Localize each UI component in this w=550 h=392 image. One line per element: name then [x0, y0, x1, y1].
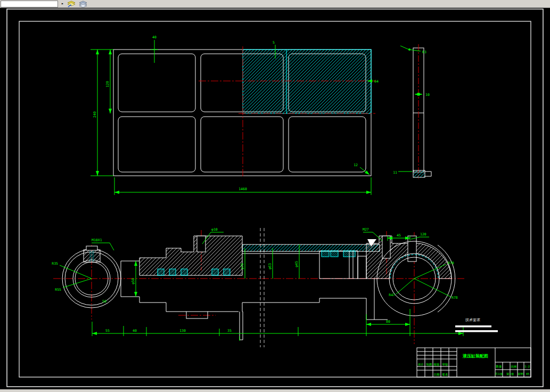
- dim-panel-width: 1460: [239, 187, 247, 191]
- field-scale-label: 比例: [511, 365, 517, 369]
- dim-chain-2: 40: [133, 329, 137, 333]
- piston: [319, 251, 366, 279]
- field-checker: 校核: [433, 363, 440, 366]
- dim-panel-corner: 12: [354, 163, 358, 167]
- cap-end: [366, 236, 455, 316]
- dim-rod2: φ45: [294, 261, 299, 267]
- hatched-region: [243, 50, 371, 113]
- dim-panel-row1: 120: [105, 81, 110, 87]
- dim-panel-right: 64: [374, 79, 379, 84]
- drawing-title: 液压缸装配图: [462, 353, 488, 358]
- cylinder-section-view: M10X1 R35 R55 50 φ10 φ50 φ70 φ63 φ45 M27…: [52, 227, 464, 347]
- field-sign: 签名: [442, 373, 448, 377]
- dim-cap-r2: R78: [452, 296, 458, 300]
- dim-port: φ10: [211, 227, 218, 232]
- set-layer-current-button[interactable]: [65, 1, 77, 7]
- side-view: R3 10 11: [393, 44, 431, 179]
- dim-panel-height: 240: [93, 111, 97, 118]
- dim-chain-1: 55: [105, 329, 110, 333]
- layer-previous-button[interactable]: [77, 1, 89, 7]
- field-designer: 设计: [418, 363, 424, 366]
- tech-requirements-label: 技术要求: [465, 318, 480, 322]
- layer-combobox[interactable]: [1, 1, 58, 7]
- dim-chain-3: 130: [179, 329, 186, 333]
- dim-cap-r1: R70: [448, 261, 454, 265]
- field-material: 材料: [518, 372, 524, 376]
- field-scale-value: 1:2: [524, 365, 530, 368]
- field-drafter: 制图: [426, 363, 432, 366]
- layer-previous-icon: [79, 1, 87, 7]
- field-date: 日期: [434, 373, 440, 377]
- dim-rod: φ50: [131, 278, 135, 284]
- dim-chain-5: 80: [386, 320, 390, 324]
- title-block: 液压缸装配图 设计 制图 校核 审核 日期 签名 数量 比例 1:2 共1张 第…: [417, 348, 531, 377]
- dim-sv-mid: 10: [425, 93, 430, 97]
- dim-cap-label: 120: [420, 232, 426, 236]
- tube-wall: [242, 244, 380, 251]
- dim-hatch: 5: [273, 40, 275, 45]
- dim-bore: φ63: [268, 263, 272, 270]
- set-layer-current-icon: [67, 1, 76, 7]
- dim-sv-foot: 11: [393, 170, 397, 175]
- dim-cap-r3: R47: [389, 293, 395, 297]
- field-material-value: 45: [526, 372, 530, 375]
- top-view-panel: 240 120 40 5 64 1460 12: [91, 35, 379, 195]
- cad-application-window: ▸: [0, 0, 550, 392]
- dim-cap-thread: M27: [363, 227, 369, 232]
- dim-tube-od: φ70: [240, 263, 244, 270]
- port-bore: [197, 236, 206, 252]
- toolbar: ▸: [0, 0, 550, 8]
- cad-canvas[interactable]: 240 120 40 5 64 1460 12 R3 10: [0, 7, 550, 392]
- cylinder-lower-profile: [139, 279, 388, 340]
- field-approver: 审核: [442, 363, 449, 366]
- dim-chain-4: 35: [227, 329, 232, 333]
- toolbar-flyout-arrow[interactable]: ▸: [61, 1, 64, 6]
- dim-eye-thread: M10X1: [92, 238, 102, 242]
- dim-eye-inner: R35: [52, 262, 58, 266]
- dim-cap-width: 45: [397, 233, 401, 238]
- dim-eye-outer: R55: [55, 288, 61, 292]
- field-sheet-no: 第1张: [506, 372, 514, 376]
- dim-sv-top: R3: [422, 50, 426, 54]
- dim-eye-width: 50: [102, 299, 106, 304]
- tech-requirements: 技术要求: [455, 318, 498, 332]
- field-sheet-total: 共1张: [495, 372, 503, 376]
- field-qty-label: 数量: [496, 365, 503, 368]
- status-strip: [0, 389, 550, 392]
- side-view-foot: [413, 170, 431, 177]
- dim-panel-top: 40: [152, 35, 157, 39]
